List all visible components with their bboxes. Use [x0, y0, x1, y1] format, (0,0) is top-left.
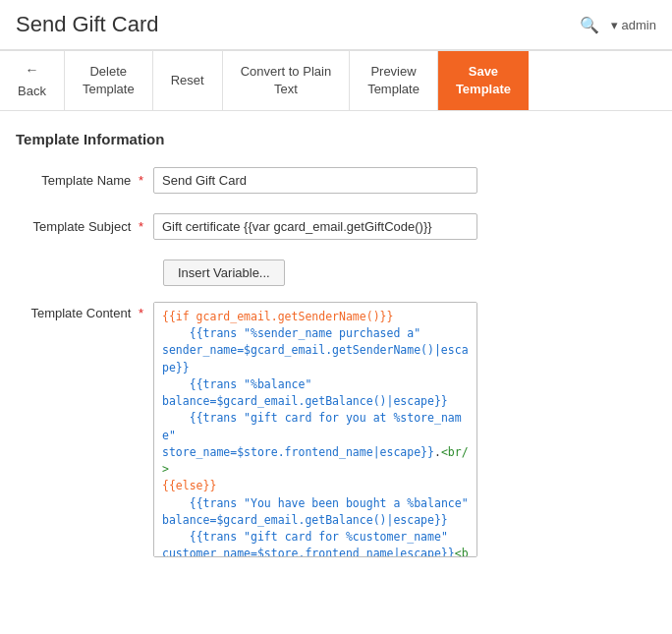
content-area: Template Information Template Name * Tem… [0, 111, 672, 597]
search-button[interactable]: 🔍 [580, 16, 599, 34]
required-star-content: * [139, 306, 143, 320]
template-content-label: Template Content * [16, 302, 153, 320]
reset-button[interactable]: Reset [153, 51, 223, 110]
template-name-label: Template Name * [16, 173, 153, 188]
toolbar: ← Back DeleteTemplate Reset Convert to P… [0, 50, 672, 111]
convert-plain-text-button[interactable]: Convert to PlainText [223, 51, 351, 110]
template-subject-row: Template Subject * [16, 213, 656, 240]
save-template-button[interactable]: SaveTemplate [438, 51, 529, 110]
admin-menu[interactable]: ▾ admin [611, 18, 656, 32]
template-content-editor[interactable]: {{if gcard_email.getSenderName()}} {{tra… [153, 302, 477, 557]
section-title: Template Information [16, 131, 656, 147]
back-button[interactable]: ← Back [0, 51, 65, 110]
insert-variable-button[interactable]: Insert Variable... [163, 259, 285, 286]
template-subject-input[interactable] [153, 213, 477, 240]
template-name-input[interactable] [153, 167, 477, 194]
template-subject-label: Template Subject * [16, 219, 153, 234]
back-label: Back [18, 83, 46, 100]
template-name-row: Template Name * [16, 167, 656, 194]
page-title: Send Gift Card [16, 12, 159, 37]
preview-label: PreviewTemplate [367, 63, 420, 98]
required-star-subject: * [139, 219, 143, 234]
delete-template-label: DeleteTemplate [83, 63, 135, 98]
insert-variable-label: Insert Variable... [178, 265, 270, 280]
convert-label: Convert to PlainText [241, 63, 332, 98]
top-right-controls: 🔍 ▾ admin [580, 16, 656, 34]
template-content-row: Template Content * {{if gcard_email.getS… [16, 302, 656, 557]
preview-template-button[interactable]: PreviewTemplate [350, 51, 438, 110]
save-label: SaveTemplate [456, 63, 511, 98]
top-bar: Send Gift Card 🔍 ▾ admin [0, 0, 672, 50]
back-icon: ← [25, 61, 38, 81]
delete-template-button[interactable]: DeleteTemplate [65, 51, 153, 110]
required-star: * [139, 173, 143, 188]
insert-variable-row: Insert Variable... [163, 259, 656, 286]
reset-label: Reset [171, 72, 204, 89]
